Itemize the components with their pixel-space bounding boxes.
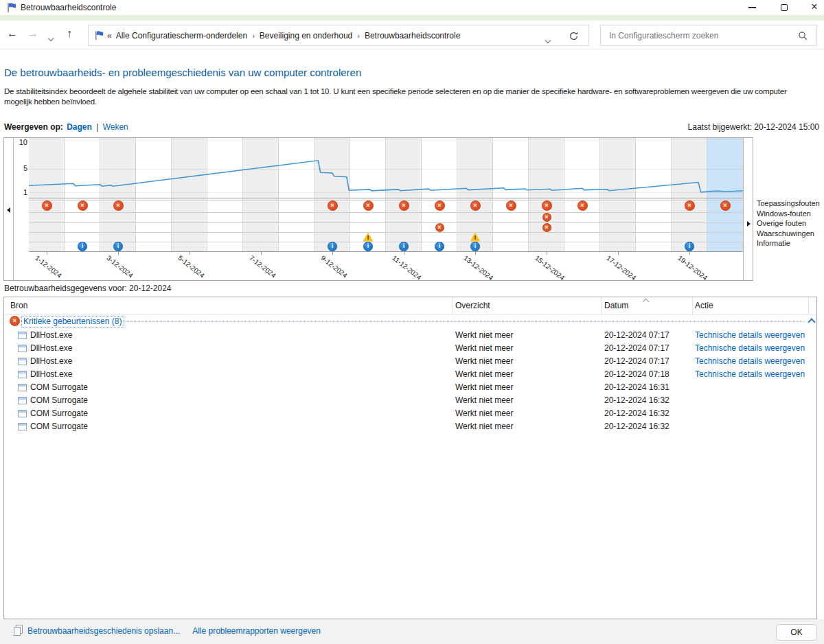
column-header-bron[interactable]: Bron (10, 301, 27, 310)
address-bar[interactable]: «Alle Configuratiescherm-onderdelen›Beve… (88, 25, 589, 46)
chart-scroll-right-icon[interactable] (747, 221, 751, 227)
collapse-group-icon[interactable] (808, 318, 815, 325)
table-row[interactable]: COM SurrogateWerkt niet meer20-12-2024 1… (4, 381, 816, 394)
table-row[interactable]: COM SurrogateWerkt niet meer20-12-2024 1… (4, 407, 816, 420)
x-axis-tick (547, 251, 547, 255)
forward-button[interactable]: → (27, 27, 38, 40)
table-row[interactable]: DllHost.exeWerkt niet meer20-12-2024 07:… (4, 368, 816, 381)
x-axis-tick (689, 251, 690, 255)
view-days-link[interactable]: Dagen (67, 122, 92, 132)
warning-icon: ! (363, 233, 374, 242)
application-error-icon: × (506, 200, 516, 211)
footer-bar: Betrouwbaarheidsgeschiedenis opslaan... … (0, 619, 824, 644)
table-row[interactable]: COM SurrogateWerkt niet meer20-12-2024 1… (4, 394, 816, 407)
info-icon: i (470, 242, 480, 251)
cell-summary: Werkt niet meer (455, 330, 513, 340)
x-axis-tick (332, 251, 333, 255)
x-axis-label: 7-12-2024 (248, 254, 277, 279)
breadcrumb-item[interactable]: Beveiliging en onderhoud (260, 31, 352, 41)
table-row[interactable]: DllHost.exeWerkt niet meer20-12-2024 07:… (4, 355, 816, 368)
chart-right-divider (743, 138, 744, 280)
cell-source: COM Surrogate (30, 395, 88, 405)
column-separator (808, 297, 809, 314)
address-dropdown-chevron[interactable] (546, 33, 550, 45)
cell-date: 20-12-2024 07:17 (604, 343, 670, 353)
row-gridline (29, 242, 743, 242)
group-label[interactable]: Kritieke gebeurtenissen (8) (21, 316, 124, 327)
application-icon (18, 410, 27, 417)
x-axis-tick (190, 251, 190, 255)
application-error-icon: × (78, 200, 88, 211)
save-history-link[interactable]: Betrouwbaarheidsgeschiedenis opslaan... (27, 626, 180, 636)
navigation-toolbar: ← → ↑ «Alle Configuratiescherm-onderdele… (0, 21, 824, 49)
window: Betrouwbaarheidscontrole × ← → ↑ «Alle C… (0, 0, 824, 644)
cell-source: DllHost.exe (30, 369, 72, 379)
chart-scroll-left-strip[interactable] (4, 138, 14, 280)
search-icon[interactable] (798, 31, 808, 41)
application-icon (18, 371, 27, 378)
column-header-actie[interactable]: Actie (695, 301, 713, 310)
table-row[interactable]: DllHost.exeWerkt niet meer20-12-2024 07:… (4, 329, 816, 342)
technical-details-link[interactable]: Technische details weergeven (695, 369, 805, 379)
table-row[interactable]: COM SurrogateWerkt niet meer20-12-2024 1… (4, 420, 816, 433)
cell-source: DllHost.exe (30, 343, 72, 353)
maximize-button[interactable] (772, 0, 797, 15)
ok-button[interactable]: OK (776, 624, 817, 641)
recent-pages-chevron[interactable] (49, 31, 53, 43)
cell-date: 20-12-2024 07:18 (604, 369, 670, 379)
cell-summary: Werkt niet meer (455, 422, 513, 431)
row-gridline (29, 212, 743, 213)
view-separator: | (96, 122, 98, 132)
info-icon: i (685, 242, 694, 251)
legend-item: Toepassingsfouten (757, 198, 820, 209)
application-icon (18, 345, 27, 352)
back-button[interactable]: ← (7, 27, 18, 40)
breadcrumb-item[interactable]: Betrouwbaarheidscontrole (365, 31, 460, 41)
column-separator (601, 297, 602, 314)
cell-summary: Werkt niet meer (455, 395, 513, 405)
info-icon: i (113, 242, 123, 251)
close-button[interactable]: × (802, 0, 824, 15)
breadcrumb-separator: › (357, 32, 360, 40)
y-axis-label: 5 (13, 163, 27, 173)
view-switcher: Weergeven op: Dagen | Weken (4, 122, 128, 132)
view-all-reports-link[interactable]: Alle probleemrapporten weergeven (192, 626, 321, 636)
up-button[interactable]: ↑ (67, 27, 72, 40)
application-error-icon: × (685, 200, 695, 211)
breadcrumb-overflow[interactable]: « (107, 31, 112, 41)
x-axis-label: 13-12-2024 (462, 254, 494, 281)
application-error-icon: × (113, 200, 124, 211)
column-header-overzicht[interactable]: Overzicht (455, 301, 490, 310)
column-separator (692, 297, 693, 314)
column-header-datum[interactable]: Datum (604, 301, 628, 310)
cell-date: 20-12-2024 07:17 (604, 356, 670, 366)
application-error-icon: × (720, 200, 731, 211)
row-gridline (29, 222, 743, 223)
minimize-button[interactable] (740, 0, 765, 15)
refresh-icon[interactable] (569, 31, 579, 41)
cell-date: 20-12-2024 16:31 (604, 382, 670, 392)
legend-item: Overige fouten (757, 218, 820, 229)
x-axis-tick (118, 251, 119, 255)
x-axis-tick (261, 251, 262, 255)
cell-date: 20-12-2024 16:32 (604, 422, 670, 431)
page-description: De stabiliteitsindex beoordeelt de algeh… (4, 87, 801, 107)
view-weeks-link[interactable]: Weken (103, 122, 128, 132)
cell-source: COM Surrogate (30, 422, 88, 431)
chart-scroll-left-icon[interactable] (7, 207, 10, 213)
technical-details-link[interactable]: Technische details weergeven (695, 356, 805, 366)
breadcrumb-item[interactable]: Alle Configuratiescherm-onderdelen (116, 31, 247, 41)
cell-date: 20-12-2024 16:32 (604, 409, 670, 418)
group-row-critical-events[interactable]: × Kritieke gebeurtenissen (8) (4, 315, 816, 328)
table-row[interactable]: DllHost.exeWerkt niet meer20-12-2024 07:… (4, 342, 816, 355)
x-axis-label: 9-12-2024 (319, 254, 349, 279)
application-icon (18, 423, 27, 430)
search-box[interactable]: In Configuratiescherm zoeken (600, 25, 817, 46)
application-icon (18, 384, 27, 391)
x-axis-label: 1-12-2024 (34, 254, 63, 279)
technical-details-link[interactable]: Technische details weergeven (695, 330, 805, 340)
application-error-icon: × (328, 200, 338, 211)
technical-details-link[interactable]: Technische details weergeven (695, 343, 805, 353)
x-axis-label: 3-12-2024 (105, 254, 135, 279)
x-axis-label: 17-12-2024 (605, 254, 637, 281)
